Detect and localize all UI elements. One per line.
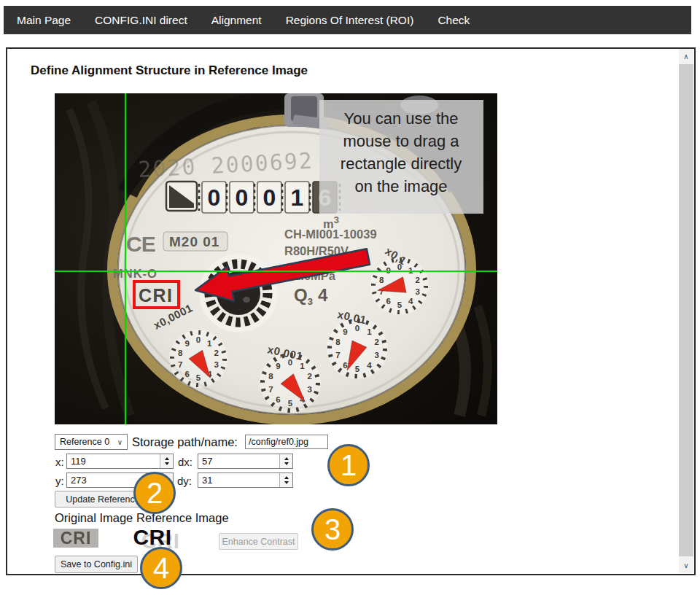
page-heading: Define Alignment Structure in Reference … <box>31 63 308 78</box>
ce-mark: CE <box>126 232 155 256</box>
dy-label: dy: <box>177 475 192 487</box>
svg-text:7: 7 <box>268 385 273 394</box>
dx-label: dx: <box>178 456 192 468</box>
svg-text:7: 7 <box>335 351 340 359</box>
save-to-config-button[interactable]: Save to Config.ini <box>55 556 138 573</box>
svg-text:3: 3 <box>415 287 419 296</box>
reference-select-value: Reference 0 <box>60 437 109 447</box>
svg-text:9: 9 <box>343 327 347 336</box>
nav-item-roi[interactable]: Regions Of Interest (ROI) <box>286 14 414 27</box>
top-nav: Main Page CONFIG.INI direct Alignment Re… <box>4 6 691 34</box>
cri-reference-thumbnail: CRI <box>128 524 177 551</box>
dx-field <box>198 454 293 469</box>
scrollbar-thumb[interactable] <box>679 64 693 556</box>
scrollbar-down-button[interactable]: ∨ <box>679 558 693 573</box>
brand-text: MNK-O <box>113 267 158 280</box>
svg-text:7: 7 <box>178 360 182 369</box>
svg-text:6: 6 <box>184 370 189 378</box>
svg-text:9: 9 <box>276 362 280 370</box>
svg-text:mouse to drag a: mouse to drag a <box>343 132 460 150</box>
callout-4: 4 <box>140 547 182 589</box>
svg-text:5: 5 <box>397 300 402 309</box>
svg-text:8: 8 <box>268 372 273 381</box>
svg-text:2: 2 <box>415 276 419 284</box>
svg-text:1: 1 <box>207 339 212 348</box>
image-overlay-hint: You can use the mouse to drag a rectangl… <box>319 100 483 214</box>
svg-text:You can use the: You can use the <box>344 109 459 128</box>
svg-text:3: 3 <box>374 351 378 359</box>
nav-item-check[interactable]: Check <box>438 14 470 27</box>
svg-text:0: 0 <box>263 184 276 211</box>
approval-text: M20 01 <box>169 234 219 249</box>
x-label: x: <box>55 456 64 468</box>
svg-text:on the image: on the image <box>354 177 447 195</box>
svg-text:0: 0 <box>355 324 359 332</box>
svg-text:3: 3 <box>307 385 311 394</box>
svg-text:8: 8 <box>379 276 384 284</box>
dy-field <box>198 472 293 488</box>
svg-text:2: 2 <box>307 372 311 381</box>
svg-text:4: 4 <box>408 297 413 306</box>
scrollbar-up-button[interactable]: ∧ <box>679 49 693 64</box>
svg-text:5: 5 <box>288 399 293 408</box>
svg-text:8: 8 <box>335 338 341 346</box>
svg-text:1: 1 <box>291 184 304 211</box>
nav-item-alignment[interactable]: Alignment <box>211 14 262 27</box>
dy-spinner[interactable] <box>279 473 292 487</box>
svg-text:4: 4 <box>367 361 372 370</box>
svg-text:0: 0 <box>208 184 221 211</box>
model-text: CH-MI001-10039 <box>284 228 377 241</box>
svg-text:6: 6 <box>276 395 280 404</box>
storage-path-label: Storage path/name: <box>132 435 238 449</box>
meter-flag-icon <box>166 182 197 211</box>
original-image-label: Original Image <box>55 511 133 525</box>
svg-text:6: 6 <box>386 297 390 306</box>
counter-digits: 00016 <box>199 182 340 213</box>
storage-path-input[interactable] <box>245 435 328 449</box>
callout-3: 3 <box>311 508 354 551</box>
reference-select[interactable]: Reference 0 ∨ <box>55 434 128 450</box>
svg-text:9: 9 <box>184 339 189 348</box>
svg-text:5: 5 <box>196 373 201 382</box>
svg-text:5: 5 <box>355 365 360 373</box>
chevron-down-icon: ∨ <box>117 438 122 446</box>
svg-text:2: 2 <box>374 338 378 346</box>
svg-text:1: 1 <box>367 327 372 336</box>
svg-text:0: 0 <box>196 335 201 344</box>
svg-text:1: 1 <box>300 362 305 370</box>
svg-text:2: 2 <box>214 349 218 357</box>
app-root: Main Page CONFIG.INI direct Alignment Re… <box>0 0 700 595</box>
nav-item-main-page[interactable]: Main Page <box>17 14 71 27</box>
svg-text:3: 3 <box>214 360 218 369</box>
x-input[interactable] <box>66 454 174 469</box>
callout-1: 1 <box>327 444 370 486</box>
reference-image[interactable]: 2020 2000692 00016 m3 CE M20 01 CH-MI001… <box>55 93 497 424</box>
svg-text:6: 6 <box>343 361 347 370</box>
enhance-contrast-button[interactable]: Enhance Contrast <box>219 533 298 550</box>
y-label: y: <box>55 475 64 487</box>
x-spinner[interactable] <box>160 454 173 468</box>
callout-2: 2 <box>133 472 176 514</box>
svg-text:8: 8 <box>178 349 183 357</box>
svg-text:0: 0 <box>236 184 249 211</box>
cri-text: CRI <box>139 285 174 306</box>
scrollbar[interactable]: ∧ ∨ <box>679 49 693 573</box>
dx-spinner[interactable] <box>279 454 292 468</box>
cri-original-thumbnail: CRI <box>53 529 98 548</box>
svg-text:rectangle directly: rectangle directly <box>341 155 462 173</box>
nav-item-config-ini[interactable]: CONFIG.INI direct <box>95 14 187 27</box>
x-field <box>66 454 174 469</box>
